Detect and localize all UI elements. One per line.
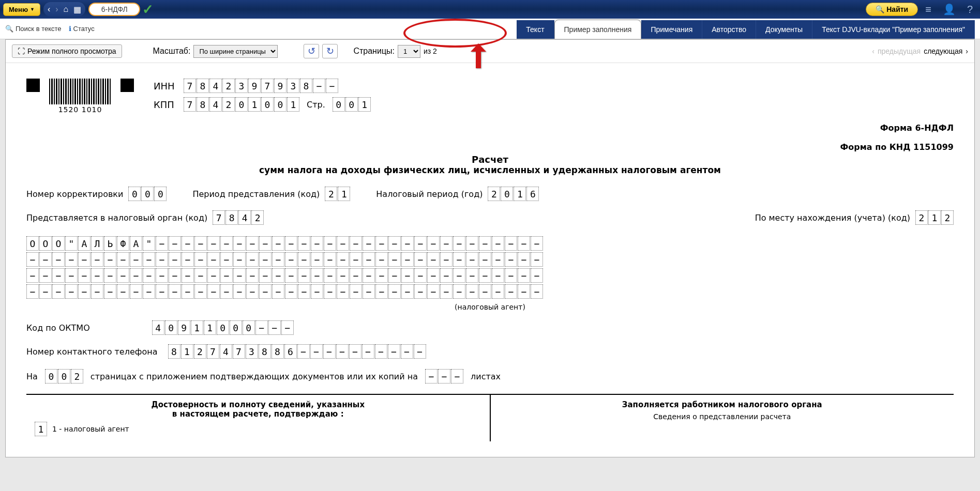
place-cells: 212 xyxy=(915,210,954,225)
marker-square-right xyxy=(120,79,134,92)
menu-button[interactable]: Меню xyxy=(3,3,40,16)
period-cells: 21 xyxy=(325,187,350,201)
page-select[interactable]: 1 xyxy=(398,45,420,58)
home-icon[interactable]: ⌂ xyxy=(64,5,69,14)
pages-label: Страницы: xyxy=(353,47,395,56)
phone-label: Номер контактного телефона xyxy=(26,347,158,357)
confirm-title-1: Достоверность и полноту сведений, указан… xyxy=(35,400,481,409)
viewer-toolbar: ⛶ Режим полного просмотра Масштаб: По ши… xyxy=(6,40,974,63)
form-knd: Форма по КНД 1151099 xyxy=(26,142,954,152)
document: 1520 1010 ИНН 7842397938−− КПП 784201001… xyxy=(6,63,974,457)
back-icon[interactable]: ‹ xyxy=(48,5,50,14)
oktmo-label: Код по ОКТМО xyxy=(26,323,90,333)
zoom-select[interactable]: По ширине страницы xyxy=(193,45,278,58)
organ-cells: 7842 xyxy=(213,210,264,225)
tabs: Текст Пример заполнения Примечания Автор… xyxy=(517,19,975,39)
search-icon: 🔍 xyxy=(876,5,884,13)
barcode-number: 1520 1010 xyxy=(58,105,102,114)
barcode xyxy=(49,79,111,104)
phone-cells: 8127473886−−−−−−−−−− xyxy=(168,344,426,359)
year-cells: 2016 xyxy=(488,187,539,201)
inn-cells: 7842397938−− xyxy=(184,79,338,93)
right-sub: Сведения о представлении расчета xyxy=(499,412,946,421)
info-icon: ℹ xyxy=(69,25,71,33)
tab-example[interactable]: Пример заполнения xyxy=(554,20,642,39)
confirm-code-cell: 1 xyxy=(35,422,47,436)
forward-icon[interactable]: › xyxy=(55,5,58,14)
pagescnt-cells: 002 xyxy=(45,369,83,383)
zoom-label: Масштаб: xyxy=(153,47,191,56)
name-row-1: ООО"АЛЬФА"−−−−−−−−−−−−−−−−−−−−−−−−−−−−−− xyxy=(26,236,954,251)
tab-text[interactable]: Текст xyxy=(517,20,554,39)
pager-next-icon[interactable]: › xyxy=(966,47,968,55)
fullview-button[interactable]: ⛶ Режим полного просмотра xyxy=(12,44,122,58)
pager-prev[interactable]: предыдущая xyxy=(878,47,921,55)
page-of: из 2 xyxy=(424,47,437,55)
marker-square-left xyxy=(26,79,40,92)
pages-text: страницах с приложением подтверждающих д… xyxy=(91,372,418,381)
fullscreen-icon: ⛶ xyxy=(18,47,25,55)
name-row-3: −−−−−−−−−−−−−−−−−−−−−−−−−−−−−−−−−−−−−−−− xyxy=(26,268,954,283)
oktmo-cells: 40911000−−− xyxy=(152,320,294,335)
tab-notes[interactable]: Примечания xyxy=(641,20,702,39)
kpp-cells: 784201001 xyxy=(184,97,299,112)
period-label: Период представления (код) xyxy=(192,189,320,199)
page-label: Стр. xyxy=(307,100,325,110)
user-icon[interactable]: 👤 xyxy=(943,3,956,16)
pager-next[interactable]: следующая xyxy=(924,47,962,55)
nav-group: ‹ › ⌂ ▦ xyxy=(43,2,85,17)
on-label: На xyxy=(26,372,38,381)
pager-prev-icon[interactable]: ‹ xyxy=(872,47,875,55)
year-label: Налоговый период (год) xyxy=(376,189,483,199)
name-row-4: −−−−−−−−−−−−−−−−−−−−−−−−−−−−−−−−−−−−−−−− xyxy=(26,284,954,299)
place-label: По месту нахождения (учета) (код) xyxy=(755,213,910,223)
top-bar: Меню ‹ › ⌂ ▦ 6-НДФЛ ✓ 🔍 Найти ≡ 👤 ? xyxy=(0,0,980,19)
agent-note: (налоговый агент) xyxy=(26,303,954,311)
copies-cells: −−− xyxy=(425,369,463,383)
kpp-label: КПП xyxy=(154,99,179,110)
doc-subtitle: сумм налога на доходы физических лиц, ис… xyxy=(26,165,954,175)
search-in-text-link[interactable]: 🔍 Поиск в тексте xyxy=(5,25,62,33)
status-link[interactable]: ℹ Статус xyxy=(69,25,95,33)
name-row-2: −−−−−−−−−−−−−−−−−−−−−−−−−−−−−−−−−−−−−−−− xyxy=(26,252,954,267)
grid-icon[interactable]: ▦ xyxy=(73,5,81,14)
hamburger-icon[interactable]: ≡ xyxy=(925,4,931,16)
rotate-left-button[interactable]: ↺ xyxy=(304,44,319,58)
correction-label: Номер корректировки xyxy=(26,189,123,199)
check-icon: ✓ xyxy=(142,2,154,18)
confirm-title-2: в настоящем расчете, подтверждаю : xyxy=(35,409,481,419)
tab-docs[interactable]: Документы xyxy=(756,20,812,39)
viewer-wrap: ⛶ Режим полного просмотра Масштаб: По ши… xyxy=(5,39,975,457)
page-cells: 001 xyxy=(333,97,371,112)
sheets-label: листах xyxy=(471,372,501,381)
correction-cells: 000 xyxy=(128,187,167,201)
right-title: Заполняется работником налогового органа xyxy=(499,400,946,409)
pager: ‹ предыдущая следующая › xyxy=(872,47,968,55)
find-button[interactable]: 🔍 Найти xyxy=(866,3,918,16)
form-name: Форма 6-НДФЛ xyxy=(26,123,954,133)
doc-title: Расчет xyxy=(26,154,954,165)
secondary-bar: 🔍 Поиск в тексте ℹ Статус Текст Пример з… xyxy=(0,19,980,39)
search-pill[interactable]: 6-НДФЛ xyxy=(88,3,140,16)
confirm-text: 1 - налоговый агент xyxy=(52,425,129,433)
tab-djvu[interactable]: Текст DJVU-вкладки "Пример заполнения" xyxy=(812,20,975,39)
magnifier-icon: 🔍 xyxy=(5,25,13,33)
help-icon[interactable]: ? xyxy=(967,4,973,16)
organ-label: Представляется в налоговый орган (код) xyxy=(26,213,207,223)
rotate-right-button[interactable]: ↻ xyxy=(322,44,338,58)
inn-label: ИНН xyxy=(154,81,179,91)
tab-author[interactable]: Авторство xyxy=(702,20,756,39)
